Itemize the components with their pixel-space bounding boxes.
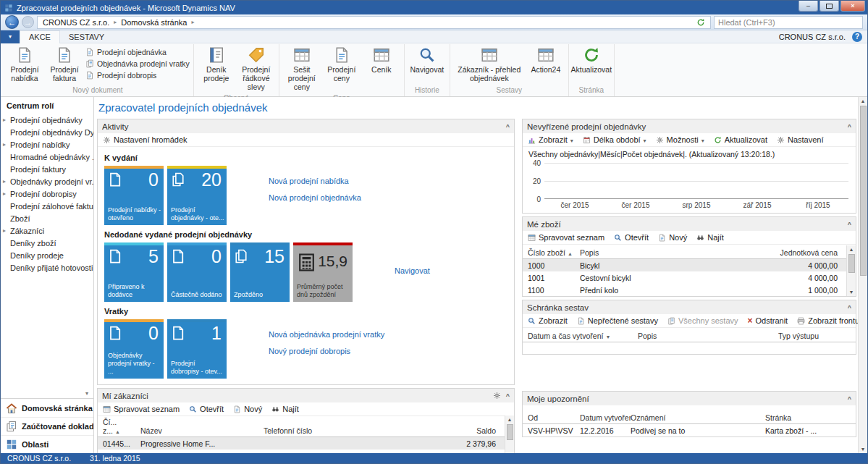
sidebar-item-deniky-zbozi[interactable]: Deníky zboží — [1, 237, 93, 249]
close-button[interactable]: × — [840, 1, 865, 12]
scrollbar-thumb[interactable] — [848, 254, 855, 273]
sidebar-item-prodejni-objednavky-dy[interactable]: Prodejní objednávky Dy... — [1, 126, 93, 138]
collapse-icon[interactable]: ^ — [506, 123, 510, 130]
tile-prodejni-dobropisy-otevrene[interactable]: 1 Prodejní dobropisy - otev... — [167, 319, 227, 379]
button-sesit-prodejni-ceny[interactable]: Sešit prodejní ceny — [283, 45, 321, 93]
column-saldo[interactable]: Saldo — [327, 426, 509, 435]
tile-prodejni-objednavky-otevrene[interactable]: 20 Prodejní objednávky - ote... — [167, 166, 227, 225]
find-button[interactable]: Najít — [696, 233, 724, 242]
button-navigovat[interactable]: Navigovat — [408, 45, 446, 76]
new-button[interactable]: Nový — [233, 405, 262, 413]
scroll-down-icon[interactable]: ▼ — [861, 445, 866, 453]
customer-row[interactable]: 01445... Progressive Home F... 2 379,96 — [98, 437, 514, 450]
scrollbar-thumb[interactable] — [860, 106, 867, 276]
forward-button[interactable]: → — [22, 16, 34, 28]
column-item-no[interactable]: Číslo zboží▲ — [528, 248, 580, 257]
back-button[interactable]: ← — [5, 15, 19, 29]
collapse-icon[interactable]: ^ — [848, 123, 851, 130]
link-navigovat[interactable]: Navigovat — [395, 266, 430, 275]
refresh-chart-button[interactable]: Aktualizovat — [714, 135, 767, 144]
breadcrumb-company[interactable]: CRONUS CZ s.r.o. — [43, 18, 109, 27]
button-prodejni-objednavka[interactable]: Prodejní objednávka — [85, 48, 190, 56]
link-nova-prodejni-objednavka[interactable]: Nová prodejní objednávka — [269, 193, 361, 202]
column-description[interactable]: Popis — [580, 248, 770, 257]
button-prodejni-faktura[interactable]: Prodejní faktura — [46, 45, 83, 85]
button-zakaznik-prehled-objednavek[interactable]: Zákazník - přehled objednávek — [454, 45, 525, 85]
tile-pripraveno-k-dodavce[interactable]: 5 Připraveno k dodávce — [104, 242, 164, 302]
period-length-button[interactable]: Délka období — [583, 135, 646, 144]
tile-objednavky-prodejni-vratky[interactable]: 0 Objednávky prodejní vratky - ... — [104, 319, 164, 379]
column-description[interactable]: Popis — [638, 332, 778, 340]
sidebar-item-prodejni-nabidky[interactable]: Prodejní nabídky — [1, 138, 93, 151]
item-row[interactable]: 1100 Přední kolo 1 000,00 — [523, 284, 856, 296]
personalize-gear-icon[interactable] — [493, 392, 501, 400]
tab-akce[interactable]: AKCE — [20, 30, 60, 43]
show-report-button[interactable]: Zobrazit — [528, 316, 568, 325]
manage-list-button[interactable]: Spravovat seznam — [103, 405, 180, 413]
customers-scrollbar[interactable]: ▲ — [505, 416, 514, 453]
sidebar-item-prodejni-zalohove-faktury[interactable]: Prodejní zálohové faktury — [1, 200, 93, 212]
link-nova-prodejni-nabidka[interactable]: Nová prodejní nabídka — [269, 177, 361, 185]
button-denik-prodeje[interactable]: Deník prodeje — [198, 45, 235, 85]
collapse-icon[interactable]: ^ — [506, 392, 510, 400]
open-button[interactable]: Otevřít — [614, 233, 649, 242]
main-scrollbar[interactable]: ▲ ▼ — [858, 97, 867, 453]
manage-list-button[interactable]: Spravovat seznam — [528, 233, 604, 242]
all-reports-button[interactable]: Všechny sestavy — [667, 316, 738, 325]
sidebar-item-zakaznici[interactable]: Zákazníci — [1, 224, 93, 237]
scroll-up-icon[interactable]: ▲ — [861, 97, 866, 105]
tile-zpozdeno[interactable]: 15 Zpožděno — [230, 242, 290, 302]
item-row[interactable]: 1001 Cestovní bicykl 4 000,00 — [523, 271, 856, 284]
button-action24[interactable]: Action24 — [527, 45, 565, 76]
refresh-icon[interactable] — [696, 18, 705, 27]
settings-button[interactable]: Nastavení — [777, 135, 824, 144]
tile-prumerny-pocet-dnu-zpozdeni[interactable]: 15,9 Průměrný počet dnů zpoždění — [293, 242, 353, 302]
sidebar-item-deniky-prodeje[interactable]: Deníky prodeje — [1, 249, 93, 261]
find-button[interactable]: Najít — [271, 405, 299, 413]
options-button[interactable]: Možnosti — [656, 135, 704, 144]
column-page[interactable]: Stránka — [765, 413, 851, 422]
collapse-icon[interactable]: ^ — [848, 304, 851, 311]
column-phone[interactable]: Telefonní číslo — [264, 426, 327, 435]
collapse-icon[interactable]: ^ — [848, 221, 851, 228]
help-button[interactable]: ? — [852, 32, 862, 42]
show-queue-button[interactable]: Zobrazit frontu — [797, 316, 858, 325]
column-created-date[interactable]: Datum vytvoření — [580, 413, 631, 422]
tile-castecne-dodano[interactable]: 0 Částečně dodáno — [167, 242, 227, 302]
column-unit-price[interactable]: Jednotková cena — [770, 248, 851, 257]
minimize-button[interactable]: – — [799, 1, 818, 12]
link-novy-prodejni-dobropis[interactable]: Nový prodejní dobropis — [269, 347, 384, 355]
column-from[interactable]: Od — [528, 413, 580, 422]
chevron-down-icon[interactable]: ▾ — [85, 390, 88, 397]
column-note[interactable]: Oznámení — [631, 413, 765, 422]
button-cenik[interactable]: Ceník — [363, 45, 400, 76]
tile-prodejni-nabidky-otevreno[interactable]: 0 Prodejní nabídky - otevřeno — [104, 166, 164, 225]
scroll-up-icon[interactable]: ▲ — [507, 416, 513, 423]
show-chart-button[interactable]: Zobrazit — [528, 135, 573, 144]
notification-row[interactable]: VSV-HP\VSV 12.2.2016 Podívej se na to Ka… — [523, 424, 856, 436]
scroll-down-icon[interactable]: ▼ — [849, 288, 854, 296]
items-scrollbar[interactable]: ▲ ▼ — [846, 245, 856, 296]
button-prodejni-dobropis[interactable]: Prodejní dobropis — [85, 71, 190, 80]
breadcrumb-page[interactable]: Domovská stránka — [121, 18, 187, 27]
column-name[interactable]: Název — [140, 426, 264, 435]
search-input[interactable] — [718, 18, 859, 27]
button-objednavka-prodejni-vratky[interactable]: Objednávka prodejní vratky — [85, 59, 190, 68]
column-created-datetime[interactable]: Datum a čas vytvoření▼ — [528, 332, 638, 340]
sidebar-item-hromadne-objednavky[interactable]: Hromadné objednávky ... — [1, 151, 93, 163]
open-button[interactable]: Otevřít — [189, 405, 224, 413]
button-prodejni-nabidka[interactable]: Prodejní nabídka — [6, 45, 43, 85]
column-customer-no[interactable]: Čí... z...▲ — [103, 418, 140, 435]
button-prodejni-ceny[interactable]: Prodejní ceny — [323, 45, 361, 85]
tab-sestavy[interactable]: SESTAVY — [60, 30, 113, 43]
setup-cues-button[interactable]: Nastavení hromádek — [103, 135, 187, 144]
delete-button[interactable]: ×Odstranit — [748, 316, 788, 325]
new-button[interactable]: Nový — [658, 233, 687, 242]
item-row[interactable]: 1000 Bicykl 4 000,00 — [523, 259, 856, 271]
link-nova-objednavka-prodejni-vratky[interactable]: Nová objednávka prodejní vratky — [269, 330, 384, 339]
button-prodejni-radkove-slevy[interactable]: Prodejní řádkové slevy — [237, 45, 275, 93]
column-output-type[interactable]: Typ výstupu — [778, 332, 851, 340]
sidebar-item-zbozi[interactable]: Zboží — [1, 212, 93, 224]
unread-reports-button[interactable]: Nepřečtené sestavy — [577, 316, 658, 325]
sidebar-item-prodejni-faktury[interactable]: Prodejní faktury — [1, 163, 93, 175]
